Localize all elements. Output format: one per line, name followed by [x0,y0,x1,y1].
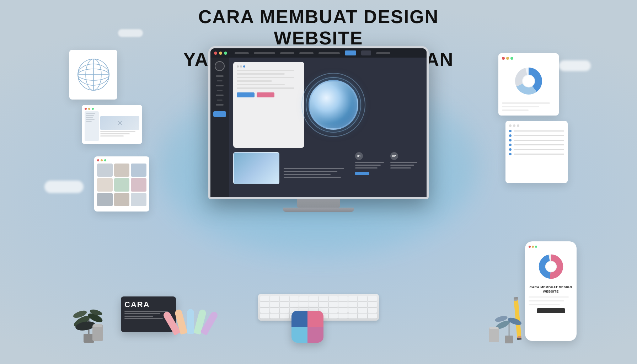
nav-item-3 [280,52,294,54]
palette-cell-4 [97,178,113,191]
color-block-4 [307,327,323,343]
svg-rect-27 [92,325,103,341]
cloud-right-1 [559,60,591,71]
monitor-upper-section [233,62,422,148]
list-card-dots [509,124,564,127]
svg-point-10 [523,75,534,87]
monitor-dot-green [224,52,227,55]
sidebar-item-6 [217,100,223,101]
monitor-video-thumb [233,152,279,184]
info-col-1: 01 [355,152,387,193]
bullet-2 [509,134,512,137]
sidebar-item-3 [216,85,224,86]
wf-dot-red [85,108,87,110]
phone-dot-yellow [532,246,534,248]
content-wrapper: CARA MEMBUAT DESIGN WEBSITE YANG MENARIK… [0,0,637,364]
card-dots [237,65,301,68]
cara-line-1 [124,311,168,312]
chart-dot-yellow [506,57,509,60]
bullet-3 [509,139,512,141]
cloud-top-left [118,29,143,37]
monitor-sidebar [210,58,229,199]
cara-line-4 [124,318,163,319]
nav-btn-2[interactable] [361,50,371,55]
donut-chart-svg [511,63,546,99]
list-row-6 [509,153,564,155]
lc-dot-3 [517,124,519,127]
swatch-3 [187,309,194,334]
monitor-info-cols: 01 02 [355,152,422,193]
list-row-1 [509,130,564,132]
palette-cell-3 [131,164,146,177]
palette-cell-9 [131,193,146,206]
monitor: 01 02 [208,46,429,212]
bullet-6 [509,153,512,155]
monitor-orb [309,80,358,130]
nav-item-5 [318,52,340,54]
palette-dot-green [104,159,106,161]
phone-btn[interactable] [537,308,565,313]
palette-grid-card [94,156,149,212]
nav-item-6 [376,52,390,54]
cloud-left-1 [44,181,84,193]
svg-rect-29 [489,327,499,342]
svg-point-14 [546,262,556,272]
cara-line-2 [124,313,160,314]
svg-rect-30 [489,327,498,329]
chart-card-dots [502,57,555,60]
nav-btn-1[interactable] [345,50,356,55]
list-row-4 [509,144,564,146]
info-col-2: 02 [390,152,423,193]
card-button-pink[interactable] [257,92,274,97]
lc-dot-2 [513,124,515,127]
color-block-3 [291,327,307,343]
palette-dot-red [97,159,99,161]
palette-cell-5 [114,178,130,191]
monitor-main-content: 01 02 [229,58,427,199]
color-blocks-icon [291,311,323,343]
chart-card [498,53,559,116]
sidebar-item-5 [216,95,224,96]
list-row-3 [509,139,564,141]
palette-cell-2 [114,164,130,177]
phone-label: CARA MEMBUAT DESIGN WEBSITE [529,285,573,294]
sidebar-button[interactable] [213,111,226,117]
orb-ring-2 [301,73,365,137]
info-col-1-btn[interactable] [355,172,369,175]
phone-card: CARA MEMBUAT DESIGN WEBSITE [525,241,577,341]
phone-dot-green [535,246,537,248]
phone-dot-red [529,246,531,248]
phone-donut-svg [535,251,567,283]
color-block-2 [307,311,323,327]
monitor-text-block [284,152,351,193]
card-button-blue[interactable] [237,92,255,97]
globe-card [69,50,117,100]
nav-item-4 [299,52,314,54]
phone-card-dots [529,246,573,248]
sidebar-item-4 [217,90,223,91]
card-buttons [237,92,301,97]
monitor-dot-yellow [219,52,222,55]
monitor-dot-red [214,52,217,55]
svg-rect-28 [93,324,102,327]
list-row-5 [509,148,564,151]
sidebar-item-1 [216,75,224,77]
cara-line-3 [124,316,153,317]
swatches-fan [174,309,213,337]
nav-item-1 [235,52,249,54]
title-line1: CARA MEMBUAT DESIGN WEBSITE [159,6,478,49]
palette-dot-yellow [101,159,103,161]
list-card [505,121,568,183]
lc-dot-1 [509,124,512,127]
monitor-content-card [233,62,304,148]
sidebar-item-2 [217,80,223,81]
palette-cell-1 [97,164,113,177]
monitor-body: 01 02 [208,46,429,199]
sidebar-icon-1 [215,61,225,71]
list-row-2 [509,134,564,137]
palette-cell-6 [131,178,146,191]
monitor-lower-section: 01 02 [233,152,422,195]
monitor-topbar [210,48,427,58]
wireframe-image: ✕ [100,116,139,130]
wf-dot-green [92,108,94,110]
